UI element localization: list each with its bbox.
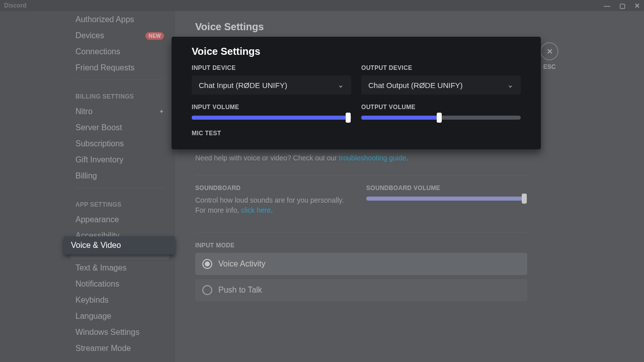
sidebar-item-connections[interactable]: Connections	[70, 44, 169, 59]
sidebar-item-text-images[interactable]: Text & Images	[70, 260, 169, 276]
soundboard-volume-slider[interactable]	[366, 197, 527, 201]
input-device-label: INPUT DEVICE	[192, 64, 351, 71]
radio-voice-activity[interactable]: Voice Activity	[195, 253, 527, 275]
sidebar-item-windows-settings[interactable]: Windows Settings	[70, 325, 169, 340]
soundboard-desc: Control how loud sounds are for you pers…	[195, 196, 356, 215]
input-volume-slider[interactable]	[192, 116, 351, 120]
radio-icon	[202, 285, 212, 295]
close-icon[interactable]: ✕	[540, 42, 558, 60]
radio-icon	[202, 259, 212, 269]
soundboard-label: SOUNDBOARD	[195, 185, 356, 192]
close-settings[interactable]: ✕ ESC	[540, 42, 558, 70]
sidebar-item-billing[interactable]: Billing	[70, 168, 169, 184]
mic-test-label: MIC TEST	[192, 130, 521, 137]
sidebar-item-nitro[interactable]: Nitro✦	[70, 104, 169, 119]
output-device-select[interactable]: Chat Output (RØDE UNIFY) ⌄	[361, 75, 521, 95]
sidebar-item-gift-inventory[interactable]: Gift Inventory	[70, 152, 169, 167]
output-volume-label: OUTPUT VOLUME	[361, 104, 521, 111]
page-title: Voice Settings	[195, 21, 527, 33]
window-close-icon[interactable]: ✕	[634, 2, 640, 10]
radio-push-to-talk[interactable]: Push to Talk	[195, 279, 527, 301]
settings-sidebar: Authorized Apps DevicesNEW Connections F…	[0, 11, 175, 362]
sidebar-item-devices[interactable]: DevicesNEW	[70, 28, 169, 43]
app-name: Discord	[4, 2, 27, 9]
output-device-label: OUTPUT DEVICE	[361, 64, 521, 71]
troubleshoot-text: Need help with voice or video? Check out…	[195, 153, 527, 163]
soundboard-volume-label: SOUNDBOARD VOLUME	[366, 185, 527, 192]
sidebar-item-notifications[interactable]: Notifications	[70, 277, 169, 292]
input-device-select[interactable]: Chat Input (RØDE UNIFY) ⌄	[192, 75, 351, 95]
window-maximize-icon[interactable]: ▢	[619, 2, 625, 10]
chevron-down-icon: ⌄	[507, 80, 514, 89]
voice-settings-highlight: Voice Settings INPUT DEVICE Chat Input (…	[172, 37, 541, 149]
input-volume-label: INPUT VOLUME	[192, 104, 351, 111]
titlebar: Discord — ▢ ✕	[0, 0, 644, 11]
nitro-icon: ✦	[159, 108, 164, 115]
output-volume-slider[interactable]	[361, 116, 521, 120]
input-mode-label: INPUT MODE	[195, 242, 527, 249]
sidebar-item-keybinds[interactable]: Keybinds	[70, 293, 169, 308]
sidebar-item-friend-requests[interactable]: Friend Requests	[70, 60, 169, 75]
troubleshooting-link[interactable]: troubleshooting guide	[339, 154, 407, 162]
chevron-down-icon: ⌄	[338, 80, 344, 89]
new-badge: NEW	[145, 32, 164, 40]
soundboard-link[interactable]: click here	[241, 206, 271, 214]
sidebar-item-appearance[interactable]: Appearance	[70, 212, 169, 227]
sidebar-item-server-boost[interactable]: Server Boost	[70, 120, 169, 135]
sidebar-item-authorized-apps[interactable]: Authorized Apps	[70, 12, 169, 27]
sidebar-header-app: APP SETTINGS	[70, 192, 169, 211]
page-title: Voice Settings	[192, 46, 521, 57]
sidebar-header-billing: BILLING SETTINGS	[70, 84, 169, 103]
sidebar-item-streamer-mode[interactable]: Streamer Mode	[70, 341, 169, 356]
sidebar-item-subscriptions[interactable]: Subscriptions	[70, 136, 169, 151]
sidebar-item-language[interactable]: Language	[70, 309, 169, 324]
sidebar-item-voice-video-highlight[interactable]: Voice & Video	[64, 236, 175, 254]
window-minimize-icon[interactable]: —	[604, 2, 610, 10]
